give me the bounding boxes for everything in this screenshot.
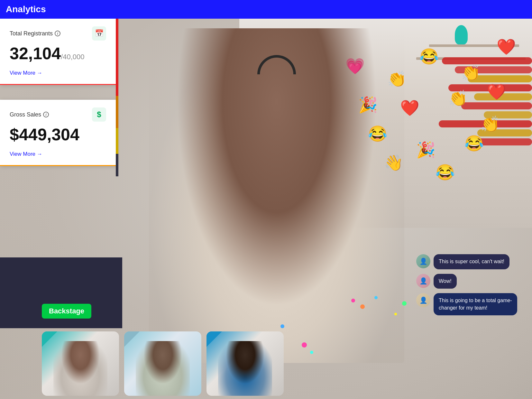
card-label-registrants: Total Registrants i [10,30,60,37]
stripe-orange [116,96,118,128]
reaction-bar [468,138,532,145]
chat-message-2: 👤 Wow! [416,274,526,289]
thumbnail-2[interactable] [124,331,201,396]
gross-view-more-label: View More → [10,151,42,157]
header: Analytics [0,0,532,19]
chat-text-2: Wow! [439,278,452,284]
dollar-icon: $ [97,110,101,119]
reaction-bar [461,102,532,109]
gross-label-text: Gross Sales [10,111,41,118]
chat-message-1: 👤 This is super cool, can't wait! [416,254,526,269]
headphones [257,55,296,74]
reaction-bar [477,129,532,136]
stripe-red [116,19,118,96]
card-header-gross: Gross Sales i $ [10,107,106,122]
chat-bubble-3: This is going to be a total game-changer… [434,293,517,315]
gross-value: $449,304 [10,125,106,144]
thumb-person-1 [53,341,107,396]
chat-avatar-2: 👤 [416,274,430,288]
chat-bubble-2: Wow! [434,274,457,289]
chat-area: 👤 This is super cool, can't wait! 👤 Wow!… [416,254,526,315]
registrants-total: /40,000 [61,53,84,61]
chat-avatar-1: 👤 [416,254,430,268]
registrants-label-text: Total Registrants [10,30,53,37]
presenter-figure [149,28,404,363]
card-registrants: Total Registrants i 📅 32,104/40,000 View… [0,19,116,85]
reaction-bar [448,84,532,91]
shelf-1 [429,44,519,47]
chat-bubble-1: This is super cool, can't wait! [434,254,509,269]
gross-info-icon[interactable]: i [43,112,49,117]
chat-message-3: 👤 This is going to be a total game-chang… [416,293,526,315]
registrants-number: 32,104 [10,44,61,63]
page-title: Analytics [6,4,46,14]
presenter-video [149,28,404,363]
reaction-bar [455,66,532,73]
reaction-bar [442,57,532,64]
thumb-person-3 [218,341,272,396]
reaction-bar [484,111,532,118]
teal-vase [455,25,468,44]
registrants-view-more[interactable]: View More → [10,70,42,76]
thumbnail-3[interactable] [206,331,284,396]
backstage-badge: Backstage [42,304,91,319]
registrants-icon-badge: 📅 [92,26,106,41]
reaction-bar [468,75,532,82]
chat-text-1: This is super cool, can't wait! [439,259,504,264]
reaction-bar [439,120,532,127]
reaction-bar [474,93,532,100]
stripe-yellow [116,128,118,154]
registrants-value: 32,104/40,000 [10,44,106,63]
chat-avatar-3: 👤 [416,293,430,307]
avatar-img-2: 👤 [416,274,430,288]
backstage-label: Backstage [49,307,84,315]
card-header-registrants: Total Registrants i 📅 [10,26,106,41]
registrants-info-icon[interactable]: i [55,31,60,36]
chat-text-3: This is going to be a total game-changer… [439,298,512,310]
thumbnails-row [42,331,284,396]
gross-icon-badge: $ [92,107,106,122]
left-color-stripe [116,19,118,176]
registrants-view-more-label: View More → [10,70,42,76]
calendar-icon: 📅 [95,29,104,38]
avatar-img-1: 👤 [416,254,430,268]
card-label-gross: Gross Sales i [10,111,49,118]
card-gross-sales: Gross Sales i $ $449,304 View More → [0,100,116,166]
avatar-img-3: 👤 [416,293,430,307]
reaction-bars [410,51,532,212]
thumbnail-1[interactable] [42,331,119,396]
stripe-dark [116,154,118,176]
thumb-person-2 [136,341,190,396]
gross-view-more[interactable]: View More → [10,151,42,157]
